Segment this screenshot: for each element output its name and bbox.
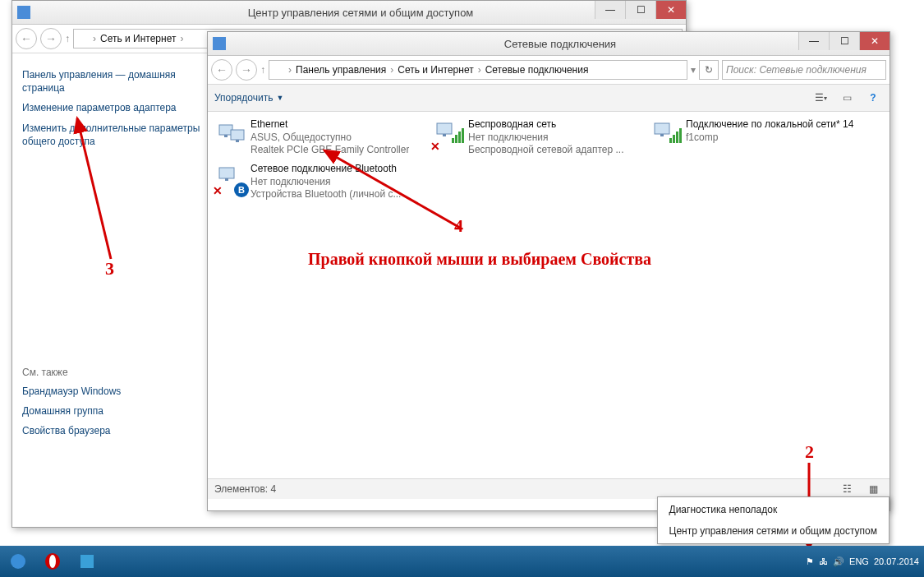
tray-volume-icon[interactable]: 🔊 — [833, 556, 844, 567]
preview-pane-icon[interactable]: ▭ — [837, 89, 857, 107]
tray-language[interactable]: ENG — [849, 556, 869, 566]
window-network-connections: Сетевые подключения — ☐ ✕ ← → ↑ › Панель… — [207, 31, 890, 511]
annotation-4: 4 — [454, 215, 463, 237]
forward-button[interactable]: → — [40, 28, 62, 49]
connection-icon — [214, 118, 247, 151]
connection-item[interactable]: EthernetASUS, ОбщедоступноRealtek PCIe G… — [214, 118, 424, 158]
sidebar-homegroup[interactable]: Домашняя группа — [22, 404, 207, 418]
bluetooth-badge-icon: B — [234, 182, 249, 197]
tray-date[interactable]: 20.07.2014 — [874, 556, 919, 566]
address-bar[interactable]: › Панель управления › Сеть и Интернет › … — [269, 60, 687, 80]
toolbar: Упорядочить▼ ☰▾ ▭ ? — [208, 85, 890, 112]
sidebar-seealso-label: См. также — [22, 367, 207, 378]
connection-adapter: Устройства Bluetooth (личной с... — [251, 188, 401, 201]
sidebar-adapter-settings[interactable]: Изменение параметров адаптера — [22, 101, 207, 114]
nav-row-win2: ← → ↑ › Панель управления › Сеть и Интер… — [208, 56, 890, 85]
connection-icon: ✕ — [432, 118, 465, 151]
organize-menu[interactable]: Упорядочить▼ — [214, 92, 283, 104]
svg-rect-11 — [660, 134, 664, 136]
tray-network-icon[interactable]: 🖧 — [819, 556, 828, 566]
titlebar-win1[interactable]: Центр управления сетями и общим доступом… — [12, 1, 686, 25]
connection-status: Нет подключения — [251, 176, 401, 189]
window-title: Центр управления сетями и общим доступом — [35, 7, 686, 19]
menu-item-diagnostics[interactable]: Диагностика неполадок — [658, 499, 890, 520]
disconnected-icon: ✕ — [430, 140, 440, 153]
tray-flag-icon[interactable]: ⚑ — [806, 556, 814, 567]
connection-adapter: Беспроводной сетевой адаптер ... — [468, 144, 624, 157]
up-button[interactable]: ↑ — [260, 64, 265, 76]
search-input[interactable]: Поиск: Сетевые подключения — [722, 60, 886, 80]
breadcrumb-1[interactable]: Сеть и Интернет — [398, 64, 473, 76]
breadcrumb-2[interactable]: Сетевые подключения — [485, 64, 589, 76]
annotation-4-text: Правой кнопкой мыши и выбираем Свойства — [308, 250, 651, 269]
svg-rect-2 — [224, 135, 228, 137]
connection-name: Сетевое подключение Bluetooth — [251, 163, 401, 176]
connection-item[interactable]: Подключение по локальной сети* 14f1comp — [650, 118, 859, 158]
close-button[interactable]: ✕ — [859, 32, 890, 50]
item-count: Элементов: 4 — [214, 483, 276, 495]
svg-rect-1 — [231, 130, 244, 140]
connection-icon — [650, 118, 683, 151]
forward-button[interactable]: → — [236, 59, 257, 81]
svg-rect-7 — [455, 135, 457, 143]
taskbar: ⚑ 🖧 🔊 ENG 20.07.2014 — [0, 546, 924, 577]
connection-adapter: Realtek PCIe GBE Family Controller — [251, 144, 409, 157]
large-icons-view-icon[interactable]: ▦ — [863, 480, 883, 498]
help-icon[interactable]: ? — [863, 89, 883, 107]
titlebar-win2[interactable]: Сетевые подключения — ☐ ✕ — [208, 32, 890, 56]
sidebar-firewall[interactable]: Брандмауэр Windows — [22, 385, 207, 398]
minimize-button[interactable]: — — [595, 1, 625, 19]
svg-rect-4 — [437, 123, 452, 134]
minimize-button[interactable]: — — [798, 32, 829, 50]
svg-point-24 — [49, 555, 56, 568]
close-button[interactable]: ✕ — [655, 1, 686, 19]
svg-rect-3 — [236, 140, 239, 142]
breadcrumb[interactable]: Сеть и Интернет — [100, 33, 176, 44]
annotation-3: 3 — [105, 258, 114, 279]
svg-rect-10 — [655, 123, 669, 134]
refresh-button[interactable]: ↻ — [699, 60, 719, 80]
svg-rect-9 — [462, 128, 464, 143]
connection-item[interactable]: ✕BСетевое подключение BluetoothНет подкл… — [214, 163, 424, 202]
connection-item[interactable]: ✕Беспроводная сетьНет подключенияБеспров… — [432, 118, 641, 158]
sidebar: Панель управления — домашняя страница Из… — [12, 53, 217, 529]
menu-item-network-center[interactable]: Центр управления сетями и общим доступом — [658, 520, 890, 542]
svg-rect-6 — [452, 138, 454, 143]
svg-point-22 — [11, 554, 25, 569]
breadcrumb-0[interactable]: Панель управления — [296, 64, 386, 76]
connections-list: EthernetASUS, ОбщедоступноRealtek PCIe G… — [208, 112, 890, 478]
svg-rect-16 — [219, 168, 234, 178]
sidebar-browser-properties[interactable]: Свойства браузера — [22, 424, 207, 437]
taskbar-opera-icon[interactable] — [36, 547, 69, 576]
svg-rect-5 — [443, 134, 446, 136]
connection-icon: ✕B — [214, 163, 247, 196]
view-toggle-icon[interactable]: ☰▾ — [811, 89, 830, 107]
back-button[interactable]: ← — [16, 28, 37, 49]
svg-rect-15 — [679, 128, 682, 143]
addr-icon — [77, 33, 89, 44]
maximize-button[interactable]: ☐ — [625, 1, 655, 19]
svg-rect-14 — [676, 132, 678, 143]
app-icon — [17, 6, 30, 19]
annotation-2: 2 — [805, 441, 814, 463]
connection-status: f1comp — [686, 132, 853, 145]
start-button[interactable] — [2, 547, 34, 576]
sidebar-advanced-sharing[interactable]: Изменить дополнительные параметры общего… — [22, 122, 207, 148]
sidebar-home-link[interactable]: Панель управления — домашняя страница — [22, 68, 207, 95]
taskbar-app-icon[interactable] — [71, 547, 103, 576]
window-title: Сетевые подключения — [231, 38, 890, 50]
dropdown-icon[interactable]: ▾ — [691, 64, 696, 76]
svg-rect-13 — [673, 135, 675, 143]
details-view-icon[interactable]: ☷ — [837, 480, 857, 498]
addr-icon — [273, 64, 284, 76]
tray-context-menu: Диагностика неполадок Центр управления с… — [657, 496, 890, 544]
back-button[interactable]: ← — [211, 59, 232, 81]
disconnected-icon: ✕ — [213, 184, 223, 197]
connection-status: ASUS, Общедоступно — [251, 132, 409, 145]
svg-rect-8 — [458, 132, 461, 143]
maximize-button[interactable]: ☐ — [829, 32, 859, 50]
up-button[interactable]: ↑ — [65, 33, 70, 44]
connection-name: Беспроводная сеть — [468, 118, 624, 132]
svg-rect-25 — [80, 555, 94, 568]
svg-rect-17 — [225, 178, 228, 181]
